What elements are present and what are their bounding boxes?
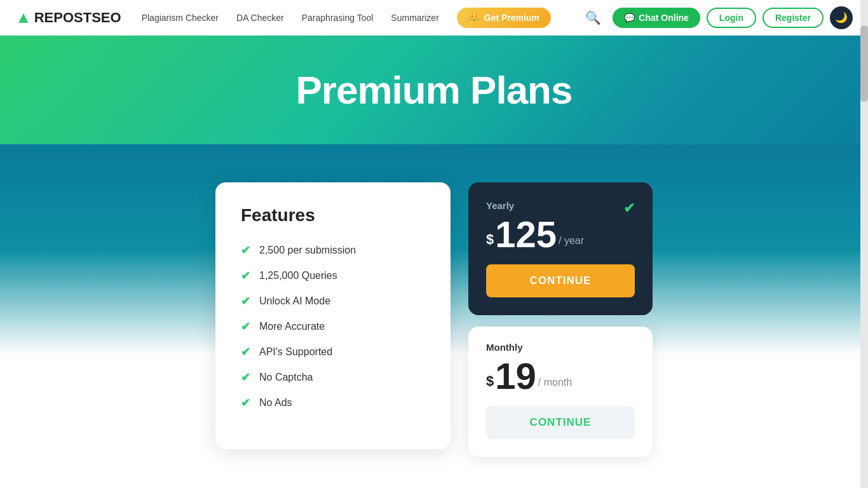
yearly-price-row: $ 125 / year bbox=[486, 216, 635, 253]
yearly-card: Yearly ✔ $ 125 / year CONTINUE bbox=[468, 182, 653, 315]
feature-item-6: ✔ No Captcha bbox=[241, 370, 425, 384]
monthly-dollar: $ bbox=[486, 373, 494, 390]
feature-item-2: ✔ 1,25,000 Queries bbox=[241, 269, 425, 283]
get-premium-button[interactable]: 👑 Get Premium bbox=[457, 8, 551, 28]
feature-label-1: 2,500 per submission bbox=[259, 245, 356, 256]
feature-item-7: ✔ No Ads bbox=[241, 396, 425, 410]
feature-label-6: No Captcha bbox=[259, 372, 313, 383]
dark-mode-icon: 🌙 bbox=[835, 11, 848, 24]
premium-btn-label: Get Premium bbox=[484, 13, 539, 23]
navbar: ▲ REPOSTSEO Plagiarism Checker DA Checke… bbox=[0, 0, 868, 36]
nav-links: Plagiarism Checker DA Checker Paraphrasi… bbox=[142, 8, 581, 28]
nav-paraphrasing-tool[interactable]: Paraphrasing Tool bbox=[302, 13, 374, 23]
feature-list: ✔ 2,500 per submission ✔ 1,25,000 Querie… bbox=[241, 243, 425, 410]
pricing-column: Yearly ✔ $ 125 / year CONTINUE Monthly $… bbox=[468, 182, 653, 457]
features-title: Features bbox=[241, 205, 425, 226]
page-title: Premium Plans bbox=[296, 67, 573, 112]
logo-text: REPOSTSEO bbox=[34, 10, 121, 26]
scrollbar-thumb[interactable] bbox=[860, 25, 868, 102]
check-icon-1: ✔ bbox=[241, 243, 250, 257]
feature-item-5: ✔ API's Supported bbox=[241, 345, 425, 359]
features-card: Features ✔ 2,500 per submission ✔ 1,25,0… bbox=[215, 182, 451, 449]
search-button[interactable]: 🔍 bbox=[580, 8, 606, 28]
check-icon-3: ✔ bbox=[241, 294, 250, 308]
feature-label-5: API's Supported bbox=[259, 346, 332, 358]
content-area: Features ✔ 2,500 per submission ✔ 1,25,0… bbox=[0, 144, 868, 488]
monthly-amount: 19 bbox=[495, 358, 536, 395]
logo[interactable]: ▲ REPOSTSEO bbox=[15, 8, 121, 27]
plans-container: Features ✔ 2,500 per submission ✔ 1,25,0… bbox=[0, 144, 868, 457]
nav-right: 🔍 💬 Chat Online Login Register 🌙 bbox=[580, 6, 853, 29]
feature-label-7: No Ads bbox=[259, 397, 292, 409]
check-icon-6: ✔ bbox=[241, 370, 250, 384]
yearly-plan-label: Yearly bbox=[486, 200, 635, 211]
feature-label-3: Unlock AI Mode bbox=[259, 295, 330, 307]
logo-icon: ▲ bbox=[15, 8, 32, 27]
yearly-period: / year bbox=[559, 235, 584, 247]
yearly-selected-icon: ✔ bbox=[623, 200, 635, 217]
monthly-period: / month bbox=[538, 377, 572, 388]
nav-summarizer[interactable]: Summarizer bbox=[391, 13, 438, 23]
feature-item-1: ✔ 2,500 per submission bbox=[241, 243, 425, 257]
feature-item-4: ✔ More Accurate bbox=[241, 320, 425, 334]
check-icon-7: ✔ bbox=[241, 396, 250, 410]
check-icon-5: ✔ bbox=[241, 345, 250, 359]
register-button[interactable]: Register bbox=[763, 8, 824, 28]
login-button[interactable]: Login bbox=[707, 8, 756, 28]
check-icon-4: ✔ bbox=[241, 320, 250, 334]
feature-label-4: More Accurate bbox=[259, 321, 325, 332]
crown-icon: 👑 bbox=[468, 12, 480, 24]
feature-label-2: 1,25,000 Queries bbox=[259, 270, 337, 281]
chat-icon: 💬 bbox=[624, 13, 635, 23]
monthly-card: Monthly $ 19 / month CONTINUE bbox=[468, 327, 653, 457]
monthly-price-row: $ 19 / month bbox=[486, 358, 635, 395]
nav-da-checker[interactable]: DA Checker bbox=[236, 13, 284, 23]
yearly-continue-button[interactable]: CONTINUE bbox=[486, 264, 635, 297]
feature-item-3: ✔ Unlock AI Mode bbox=[241, 294, 425, 308]
chat-btn-label: Chat Online bbox=[639, 13, 689, 23]
yearly-amount: 125 bbox=[495, 216, 557, 253]
monthly-continue-button[interactable]: CONTINUE bbox=[486, 406, 635, 439]
dark-mode-button[interactable]: 🌙 bbox=[830, 6, 853, 29]
chat-online-button[interactable]: 💬 Chat Online bbox=[613, 8, 700, 28]
yearly-dollar: $ bbox=[486, 231, 494, 248]
monthly-plan-label: Monthly bbox=[486, 342, 635, 353]
scrollbar[interactable] bbox=[860, 0, 868, 488]
search-icon: 🔍 bbox=[585, 11, 601, 25]
check-icon-2: ✔ bbox=[241, 269, 250, 283]
nav-plagiarism-checker[interactable]: Plagiarism Checker bbox=[142, 13, 219, 23]
